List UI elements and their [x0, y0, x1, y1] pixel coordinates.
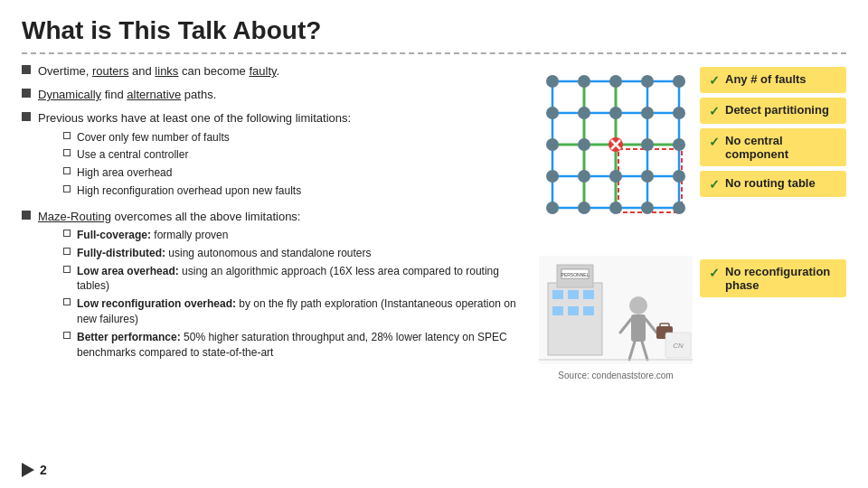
- sub-bullet-3-4: High reconfiguration overhead upon new f…: [63, 183, 521, 199]
- check-icon-5: ✓: [709, 266, 720, 280]
- last-badge-area: ✓ No reconfiguration phase: [700, 256, 846, 297]
- badge-label-1: Any # of faults: [725, 72, 807, 86]
- sub-bullet-3-2: Use a central controller: [63, 147, 521, 163]
- svg-point-27: [673, 138, 685, 151]
- svg-point-19: [641, 107, 654, 119]
- bullet-square-2: [22, 89, 31, 98]
- svg-point-17: [578, 107, 590, 119]
- check-icon-1: ✓: [709, 73, 720, 88]
- sub-bullet-4-4: Low reconfiguration overhead: by on the …: [63, 296, 521, 327]
- bullet-text-3: Previous works have at least one of the …: [38, 110, 521, 201]
- bullet-text-2: Dynamically find alternative paths.: [38, 87, 521, 103]
- sub-bullets-3: Cover only few number of faults Use a ce…: [63, 130, 521, 199]
- divider: [22, 52, 846, 54]
- badge-any-faults: ✓ Any # of faults: [700, 67, 846, 93]
- slide-number: 2: [40, 463, 47, 477]
- check-icon-4: ✓: [709, 177, 720, 192]
- bullet-text-4: Maze-Routing overcomes all the above lim…: [38, 209, 521, 363]
- bullet-text-1: Overtime, routers and links can become f…: [38, 63, 521, 80]
- check-icon-3: ✓: [709, 135, 720, 149]
- sub-sq-4-1: [63, 230, 71, 237]
- illustration-area: PERSONNEL: [539, 256, 693, 380]
- bullet-square-3: [22, 112, 31, 121]
- left-column: Overtime, routers and links can become f…: [22, 63, 530, 380]
- sub-sq-4-3: [63, 266, 71, 273]
- sub-sq-3-3: [63, 167, 71, 174]
- svg-point-12: [578, 75, 590, 88]
- sub-bullets-4: Full-coverage: formally proven Fully-dis…: [63, 228, 521, 360]
- svg-rect-43: [583, 290, 594, 299]
- svg-point-28: [546, 170, 559, 183]
- illustration-svg: PERSONNEL: [539, 256, 693, 364]
- svg-rect-42: [568, 290, 579, 299]
- sub-sq-4-4: [63, 298, 71, 305]
- badge-no-central: ✓ No central component: [700, 128, 846, 166]
- sub-sq-3-2: [63, 149, 71, 156]
- svg-point-22: [578, 138, 590, 151]
- badge-detect-partitioning: ✓ Detect partitioning: [700, 98, 846, 124]
- source-text: Source: condenaststore.com: [539, 371, 693, 380]
- svg-rect-46: [583, 306, 594, 315]
- svg-point-26: [641, 138, 654, 151]
- page-title: What is This Talk About?: [22, 16, 846, 45]
- sub-bullet-3-1: Cover only few number of faults: [63, 130, 521, 145]
- svg-point-29: [578, 170, 590, 183]
- svg-point-49: [629, 296, 647, 314]
- svg-rect-44: [552, 306, 563, 315]
- svg-point-11: [546, 75, 559, 88]
- sub-sq-3-4: [63, 185, 71, 192]
- badge-label-2: Detect partitioning: [725, 103, 829, 117]
- bullet-square-4: [22, 211, 31, 220]
- svg-point-37: [673, 202, 685, 214]
- svg-point-34: [578, 202, 590, 214]
- svg-point-30: [609, 170, 622, 183]
- svg-point-21: [546, 138, 559, 151]
- bullet-3: Previous works have at least one of the …: [22, 110, 521, 201]
- svg-text:CN: CN: [673, 342, 684, 350]
- network-grid: [539, 63, 693, 247]
- badge-label-4: No routing table: [725, 176, 816, 190]
- svg-point-13: [609, 75, 622, 88]
- sub-sq-4-5: [63, 332, 71, 339]
- sub-sq-4-2: [63, 248, 71, 255]
- sub-bullet-4-5: Better performance: 50% higher saturatio…: [63, 330, 521, 361]
- bottom-right-section: PERSONNEL: [539, 256, 846, 380]
- svg-text:PERSONNEL: PERSONNEL: [561, 272, 590, 277]
- svg-point-16: [546, 107, 559, 119]
- sub-bullet-3-3: High area overhead: [63, 165, 521, 181]
- badge-no-routing-table: ✓ No routing table: [700, 171, 846, 197]
- bullet-square-1: [22, 65, 31, 74]
- top-right-section: ✓ Any # of faults ✓ Detect partitioning …: [539, 63, 846, 247]
- slide: What is This Talk About? Overtime, route…: [0, 0, 868, 488]
- right-column: ✓ Any # of faults ✓ Detect partitioning …: [539, 63, 846, 380]
- badge-label-3: No central component: [725, 134, 837, 161]
- footer-arrow-icon: [22, 463, 34, 477]
- svg-point-36: [641, 202, 654, 214]
- badge-no-reconfig: ✓ No reconfiguration phase: [700, 259, 846, 297]
- check-icon-2: ✓: [709, 104, 720, 118]
- badge-label-5: No reconfiguration phase: [725, 265, 837, 292]
- svg-point-31: [641, 170, 654, 183]
- svg-point-33: [546, 202, 559, 214]
- slide-footer: 2: [22, 463, 47, 477]
- bullet-4: Maze-Routing overcomes all the above lim…: [22, 209, 521, 363]
- sub-bullet-4-1: Full-coverage: formally proven: [63, 228, 521, 243]
- main-content: Overtime, routers and links can become f…: [22, 63, 846, 380]
- bullet-1: Overtime, routers and links can become f…: [22, 63, 521, 80]
- sub-bullet-4-3: Low area overhead: using an algorithmic …: [63, 264, 521, 295]
- svg-point-15: [673, 75, 685, 88]
- svg-rect-41: [552, 290, 563, 299]
- bullet-2: Dynamically find alternative paths.: [22, 87, 521, 103]
- svg-point-20: [673, 107, 685, 119]
- badges-column: ✓ Any # of faults ✓ Detect partitioning …: [700, 63, 846, 197]
- svg-rect-45: [568, 306, 579, 315]
- network-svg: [539, 63, 693, 244]
- svg-rect-50: [631, 314, 646, 342]
- sub-sq-3-1: [63, 132, 71, 139]
- svg-point-32: [673, 170, 685, 183]
- svg-point-14: [641, 75, 654, 88]
- svg-point-18: [609, 107, 622, 119]
- sub-bullet-4-2: Fully-distributed: using autonomous and …: [63, 246, 521, 261]
- svg-point-35: [609, 202, 622, 214]
